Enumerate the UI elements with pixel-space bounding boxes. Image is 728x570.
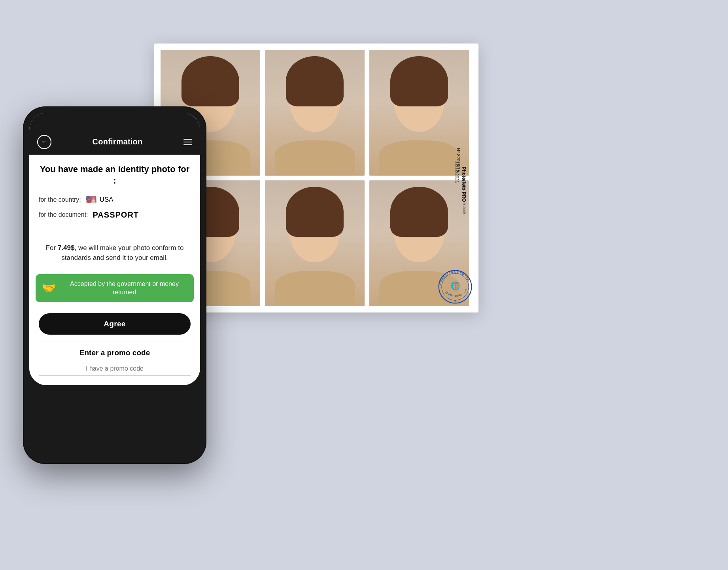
back-button[interactable]: ← — [37, 135, 51, 149]
pricing-suffix: , we will make your photo conform to sta… — [61, 244, 183, 262]
svg-text:🌐: 🌐 — [450, 281, 460, 290]
usa-flag: 🇺🇸 — [86, 195, 96, 205]
svg-text:★: ★ — [454, 299, 456, 303]
app-content: You have made an identity photo for : fo… — [29, 155, 200, 386]
document-label: for the document: — [39, 211, 88, 218]
country-value: 🇺🇸 USA — [86, 195, 113, 205]
phone-screen: ← Confirmation You have made an identity… — [29, 113, 200, 386]
passport-photo-5 — [265, 180, 365, 306]
country-name: USA — [100, 196, 113, 204]
photo-body-5 — [275, 271, 355, 306]
pricing-amount: 7.49$ — [58, 244, 75, 252]
identity-section: You have made an identity photo for : fo… — [29, 155, 200, 232]
phone-notch — [89, 113, 140, 124]
svg-text:★: ★ — [454, 271, 456, 275]
compliance-stamp: COMPLIANT PHOTOS ICAO · OACI · CAO 🌐 ★ ★ — [437, 269, 473, 305]
agree-button[interactable]: Agree — [39, 313, 191, 335]
passport-photo-2 — [265, 50, 365, 176]
phone-shell: ← Confirmation You have made an identity… — [24, 107, 206, 463]
pricing-prefix: For — [46, 244, 58, 252]
country-label: for the country: — [39, 196, 81, 203]
header-title: Confirmation — [93, 137, 143, 146]
sheet-iso-label: ISO/IEC 10701-5:2005 — [462, 178, 466, 214]
promo-title: Enter a promo code — [39, 348, 191, 357]
document-row: for the document: PASSPORT — [39, 210, 191, 220]
document-value: PASSPORT — [93, 210, 139, 220]
photo-cell-2 — [265, 50, 365, 176]
promo-input[interactable] — [39, 362, 191, 376]
promo-section: Enter a promo code — [29, 341, 200, 385]
menu-line-2 — [183, 142, 192, 142]
photo-body-2 — [275, 140, 355, 176]
menu-line-3 — [183, 144, 192, 145]
divider-1 — [29, 234, 200, 234]
back-icon: ← — [41, 138, 48, 146]
guarantee-banner: 🤝 Accepted by the government or money re… — [36, 274, 194, 302]
pricing-section: For 7.49$, we will make your photo confo… — [29, 236, 200, 269]
handshake-icon: 🤝 — [42, 282, 56, 295]
document-name: PASSPORT — [93, 210, 139, 220]
photo-cell-5 — [265, 180, 365, 306]
pricing-text: For 7.49$, we will make your photo confo… — [39, 243, 191, 263]
menu-button[interactable] — [183, 139, 192, 145]
agree-button-wrapper: Agree — [29, 307, 200, 341]
country-row: for the country: 🇺🇸 USA — [39, 195, 191, 205]
sheet-date-label: 12/12/2021 — [455, 161, 459, 183]
menu-line-1 — [183, 139, 192, 140]
guarantee-text: Accepted by the government or money retu… — [61, 280, 187, 297]
identity-title: You have made an identity photo for : — [39, 163, 191, 187]
